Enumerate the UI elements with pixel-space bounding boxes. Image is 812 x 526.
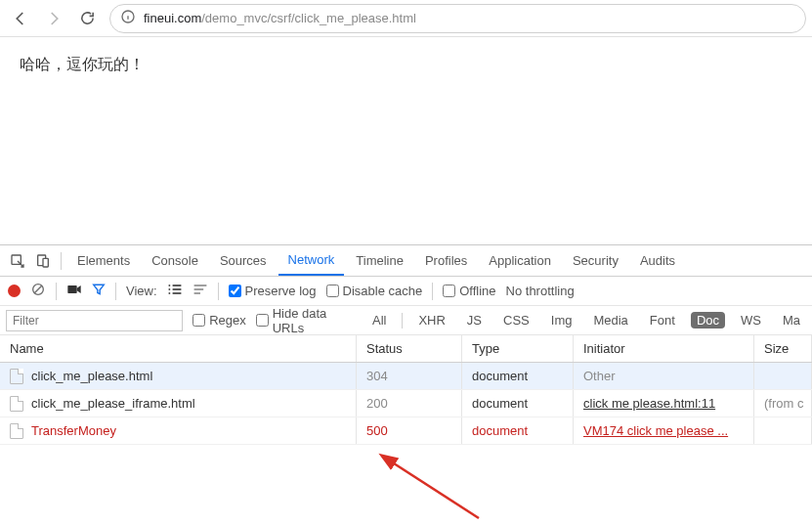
site-info-icon[interactable] (120, 9, 136, 27)
view-frames-icon[interactable] (192, 284, 208, 298)
separator (115, 283, 116, 300)
request-name: TransferMoney (31, 423, 116, 438)
separator (432, 283, 433, 300)
preserve-log-checkbox[interactable]: Preserve log (229, 284, 317, 298)
table-row[interactable]: click_me_please.html304documentOther (0, 363, 812, 390)
request-status: 500 (357, 417, 462, 444)
url-text: fineui.com/demo_mvc/csrf/click_me_please… (144, 11, 416, 25)
tab-timeline[interactable]: Timeline (346, 245, 413, 276)
initiator-link[interactable]: VM174 click me please ... (583, 423, 728, 438)
view-label: View: (126, 284, 157, 298)
col-name[interactable]: Name (0, 335, 357, 362)
filter-type-all[interactable]: All (366, 312, 392, 329)
forward-button[interactable] (39, 4, 68, 33)
devtools-panel: Elements Console Sources Network Timelin… (0, 244, 812, 526)
reload-button[interactable] (72, 4, 102, 33)
tab-elements[interactable]: Elements (67, 245, 140, 276)
col-size[interactable]: Size (754, 335, 812, 362)
tab-console[interactable]: Console (142, 245, 208, 276)
table-row[interactable]: click_me_please_iframe.html200documentcl… (0, 390, 812, 417)
request-status: 304 (357, 363, 462, 389)
request-size: (from c (754, 390, 812, 416)
filter-type-js[interactable]: JS (461, 312, 488, 329)
regex-checkbox[interactable]: Regex (192, 313, 246, 328)
filter-type-css[interactable]: CSS (497, 312, 535, 329)
network-toolbar: View: Preserve log Disable cache Offline… (0, 277, 812, 306)
network-table-header: Name Status Type Initiator Size (0, 335, 812, 363)
request-type: document (462, 363, 574, 389)
network-table: Name Status Type Initiator Size click_me… (0, 335, 812, 526)
network-filterbar: Regex Hide data URLs All XHR JS CSS Img … (0, 306, 812, 335)
request-name: click_me_please_iframe.html (31, 396, 195, 411)
page-text: 哈哈，逗你玩的！ (20, 56, 145, 72)
request-type: document (462, 417, 574, 444)
throttling-select[interactable]: No throttling (506, 284, 575, 298)
page-body: 哈哈，逗你玩的！ (0, 37, 812, 93)
filter-type-manifest[interactable]: Ma (777, 312, 806, 329)
request-size (754, 363, 812, 389)
filter-type-media[interactable]: Media (587, 312, 633, 329)
filter-icon[interactable] (92, 283, 106, 299)
offline-checkbox[interactable]: Offline (443, 284, 495, 298)
filter-type-ws[interactable]: WS (735, 312, 767, 329)
file-icon (10, 369, 23, 384)
record-button[interactable] (8, 285, 21, 297)
tab-security[interactable]: Security (563, 245, 628, 276)
camera-icon[interactable] (66, 284, 82, 298)
filter-type-img[interactable]: Img (545, 312, 578, 329)
col-initiator[interactable]: Initiator (574, 335, 754, 362)
svg-rect-8 (67, 285, 76, 293)
col-type[interactable]: Type (462, 335, 574, 362)
initiator-link[interactable]: click me please.html:11 (583, 396, 715, 411)
separator (402, 313, 403, 329)
filter-input[interactable] (6, 310, 183, 331)
hide-data-urls-checkbox[interactable]: Hide data URLs (256, 306, 357, 335)
clear-button[interactable] (30, 282, 46, 300)
address-bar[interactable]: fineui.com/demo_mvc/csrf/click_me_please… (109, 4, 806, 33)
request-name: click_me_please.html (31, 369, 152, 383)
initiator-text: Other (583, 369, 616, 383)
tab-application[interactable]: Application (479, 245, 561, 276)
browser-nav-bar: fineui.com/demo_mvc/csrf/click_me_please… (0, 0, 812, 37)
back-button[interactable] (6, 4, 35, 33)
separator (61, 252, 62, 270)
request-size (754, 417, 812, 444)
svg-line-7 (34, 285, 42, 293)
svg-rect-5 (43, 258, 48, 267)
view-list-icon[interactable] (167, 284, 183, 298)
separator (218, 283, 219, 300)
table-row[interactable]: TransferMoney500documentVM174 click me p… (0, 417, 812, 445)
separator (56, 283, 57, 300)
filter-type-doc[interactable]: Doc (691, 312, 725, 329)
request-type: document (462, 390, 574, 416)
tab-network[interactable]: Network (278, 245, 345, 276)
devtools-tabs: Elements Console Sources Network Timelin… (0, 245, 812, 277)
tab-sources[interactable]: Sources (210, 245, 277, 276)
disable-cache-checkbox[interactable]: Disable cache (326, 284, 423, 298)
filter-type-font[interactable]: Font (644, 312, 681, 329)
file-icon (10, 396, 23, 412)
device-toggle-icon[interactable] (31, 253, 55, 269)
filter-type-xhr[interactable]: XHR (412, 312, 450, 329)
tab-profiles[interactable]: Profiles (415, 245, 477, 276)
col-status[interactable]: Status (357, 335, 462, 362)
request-status: 200 (357, 390, 462, 416)
inspect-icon[interactable] (6, 253, 29, 269)
file-icon (10, 423, 23, 439)
tab-audits[interactable]: Audits (630, 245, 685, 276)
